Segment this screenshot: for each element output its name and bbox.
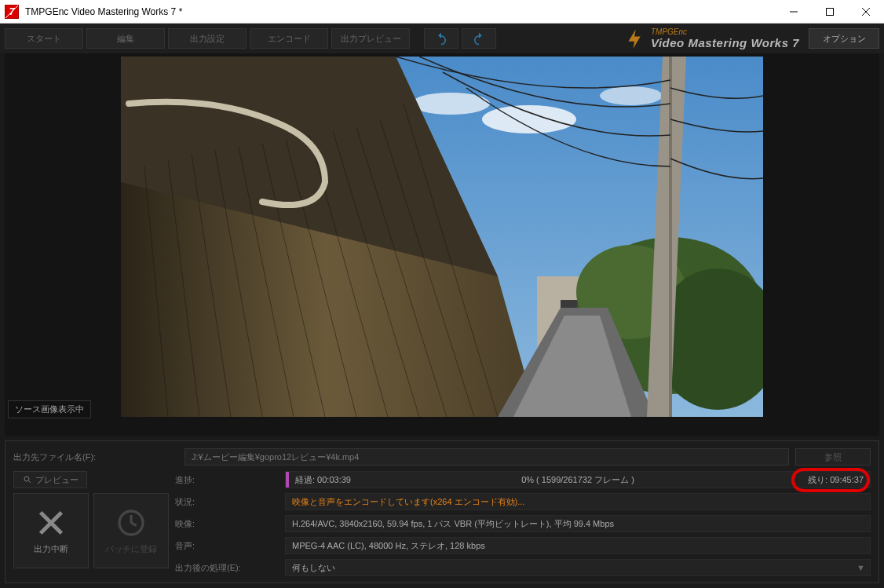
redo-button[interactable] bbox=[462, 28, 496, 49]
tab-output-settings[interactable]: 出力設定 bbox=[168, 28, 247, 49]
clock-icon bbox=[115, 507, 147, 539]
close-icon bbox=[35, 507, 67, 539]
svg-point-26 bbox=[24, 477, 29, 481]
cancel-encode-button[interactable]: 出力中断 bbox=[13, 493, 89, 568]
audio-label: 音声: bbox=[175, 540, 277, 552]
chevron-down-icon: ▼ bbox=[857, 563, 865, 572]
progress-percent: 0% ( 1599/261732 フレーム ) bbox=[521, 474, 634, 486]
brand-top: TMPGEnc bbox=[651, 28, 799, 36]
tab-start[interactable]: スタート bbox=[5, 28, 83, 49]
batch-register-button[interactable]: バッチに登録 bbox=[93, 493, 169, 568]
svg-line-32 bbox=[131, 523, 137, 525]
progress-fill bbox=[286, 472, 289, 488]
window-title: TMPGEnc Video Mastering Works 7 * bbox=[25, 6, 776, 17]
progress-bar: 経過: 00:03:39 0% ( 1599/261732 フレーム ) 残り:… bbox=[285, 471, 871, 488]
tab-edit[interactable]: 編集 bbox=[86, 28, 165, 49]
brand-logo: TMPGEnc Video Mastering Works 7 bbox=[499, 28, 805, 49]
preview-area: ソース画像表示中 bbox=[5, 53, 879, 436]
main-toolbar: スタート 編集 出力設定 エンコード 出力プレビュー TMPGEnc Video… bbox=[0, 24, 884, 53]
window-titlebar: 7 TMPGEnc Video Mastering Works 7 * bbox=[0, 0, 884, 24]
remaining-time: 残り: 09:45:37 bbox=[808, 474, 864, 486]
output-file-label: 出力先ファイル名(F): bbox=[13, 451, 178, 463]
svg-point-7 bbox=[600, 86, 663, 105]
search-icon bbox=[23, 475, 32, 484]
status-label: 状況: bbox=[175, 496, 277, 508]
preview-button-label: プレビュー bbox=[35, 474, 79, 486]
output-file-field[interactable]: J:¥ムービー編集¥gopro12レビュー¥4k.mp4 bbox=[184, 448, 789, 466]
video-label: 映像: bbox=[175, 518, 277, 530]
brand-bottom: Video Mastering Works 7 bbox=[651, 36, 799, 49]
svg-point-5 bbox=[482, 105, 576, 133]
maximize-button[interactable] bbox=[812, 0, 848, 24]
video-preview-image bbox=[121, 57, 763, 417]
post-process-value: 何もしない bbox=[292, 562, 335, 574]
progress-label: 進捗: bbox=[175, 474, 277, 486]
preview-button[interactable]: プレビュー bbox=[13, 471, 87, 488]
close-button[interactable] bbox=[848, 0, 884, 24]
svg-line-27 bbox=[28, 481, 31, 484]
browse-button[interactable]: 参照 bbox=[795, 448, 871, 466]
source-display-badge: ソース画像表示中 bbox=[8, 400, 91, 418]
cancel-label: 出力中断 bbox=[34, 543, 68, 555]
tab-output-preview[interactable]: 出力プレビュー bbox=[331, 28, 410, 49]
post-process-select[interactable]: 何もしない ▼ bbox=[285, 559, 871, 576]
batch-label: バッチに登録 bbox=[105, 543, 157, 555]
post-process-label: 出力後の処理(E): bbox=[175, 562, 277, 574]
svg-rect-1 bbox=[827, 8, 834, 15]
audio-value: MPEG-4 AAC (LC), 48000 Hz, ステレオ, 128 kbp… bbox=[285, 537, 871, 554]
undo-button[interactable] bbox=[424, 28, 458, 49]
status-value: 映像と音声をエンコードしています(x264 エンコード有効)... bbox=[285, 493, 871, 510]
video-value: H.264/AVC, 3840x2160, 59.94 fps, 1 パス VB… bbox=[285, 515, 871, 532]
elapsed-time: 経過: 00:03:39 bbox=[295, 474, 351, 486]
encode-panel: 出力先ファイル名(F): J:¥ムービー編集¥gopro12レビュー¥4k.mp… bbox=[5, 440, 879, 583]
minimize-button[interactable] bbox=[776, 0, 812, 24]
tab-encode[interactable]: エンコード bbox=[250, 28, 328, 49]
options-button[interactable]: オプション bbox=[809, 28, 879, 49]
app-logo-icon: 7 bbox=[5, 5, 19, 19]
svg-rect-25 bbox=[669, 57, 672, 417]
